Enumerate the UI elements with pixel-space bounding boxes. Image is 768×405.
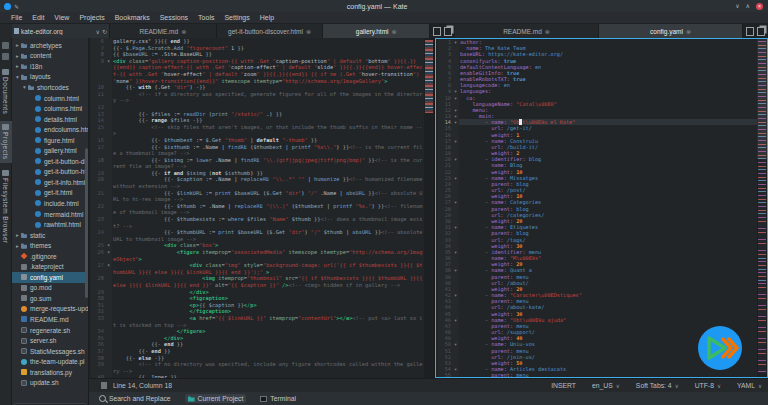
code-line-15[interactable]: 15 <!-- skip files that aren't images, o… — [91, 124, 424, 137]
tree-item-include.html[interactable]: include.html — [12, 198, 88, 209]
tab-gallery.html[interactable]: gallery.html⊗ — [323, 24, 430, 38]
tab-README.md[interactable]: README.md⊗ — [455, 24, 599, 38]
chevron-closed-icon[interactable]: ▸ — [14, 42, 21, 48]
reload-project-icon[interactable]: ↻ — [102, 28, 107, 35]
code-line-33[interactable]: 33 <a href="{{ $linkURL }}" itemprop="co… — [91, 315, 424, 328]
tree-item-layouts[interactable]: ▾layouts — [12, 72, 88, 83]
code-line-14[interactable]: 14 {{- range $files -}} — [91, 117, 424, 124]
menu-item-edit[interactable]: Edit — [27, 14, 49, 21]
tab-close-icon[interactable]: ⊗ — [392, 28, 397, 35]
code-line-40[interactable]: 40 {{ .Inner }} — [91, 374, 424, 378]
code-line-8[interactable]: 8{{ $baseURL := .Site.BaseURL }} — [91, 51, 424, 58]
new-document-icon[interactable] — [433, 27, 441, 36]
code-line-38[interactable]: 38 {{- else -}} — [91, 355, 424, 362]
toolview-icon-top2[interactable] — [2, 53, 9, 60]
menu-item-sessions[interactable]: Sessions — [155, 14, 193, 21]
close-button[interactable]: × — [756, 3, 763, 10]
tree-item-update.sh[interactable]: update.sh — [12, 378, 88, 389]
tree-item-figure.html[interactable]: figure.html — [12, 135, 88, 146]
tree-item-rawhtml.html[interactable]: rawhtml.html — [12, 219, 88, 230]
tree-item-details.html[interactable]: details.html — [12, 114, 88, 125]
tree-item-i18n[interactable]: ▸i18n — [12, 61, 88, 72]
current-project-button[interactable]: Current Project — [185, 394, 247, 403]
tab-close-icon[interactable]: ⊗ — [181, 28, 186, 35]
minimap-right[interactable] — [757, 39, 767, 377]
menu-item-tools[interactable]: Tools — [193, 14, 219, 21]
dictionary-select[interactable]: en_US∨ — [592, 382, 620, 389]
code-line-10[interactable]: 10 {{- with (.Get "dir") -}} — [91, 84, 424, 91]
encoding-select[interactable]: UTF-8∨ — [695, 382, 721, 389]
code-line-12[interactable]: 12 — [91, 104, 424, 111]
tree-item-go.sum[interactable]: go.sum — [12, 293, 88, 304]
fold-marker[interactable]: ▾ — [105, 249, 112, 262]
fold-marker[interactable]: ▾ — [105, 58, 112, 84]
menu-item-bookmarks[interactable]: Bookmarks — [110, 14, 155, 21]
menu-item-help[interactable]: Help — [255, 14, 279, 21]
code-line-16[interactable]: 16 {{- $thumbext := $.Get "thumb" | defa… — [91, 137, 424, 144]
tree-item-server.sh[interactable]: server.sh — [12, 335, 88, 346]
tab-close-icon[interactable]: ⊗ — [306, 28, 311, 35]
tree-item-regenerate.sh[interactable]: regenerate.sh — [12, 325, 88, 336]
fold-marker[interactable]: ▾ — [105, 262, 112, 275]
code-line-27[interactable]: 27▾ <div class="img" style="background-i… — [91, 262, 424, 275]
code-line-20[interactable]: 20 {{- $caption := .Name | replaceRE "\\… — [91, 176, 424, 189]
code-line-28[interactable]: 28 <img itemprop="thumbnail" src="{{ if … — [91, 275, 424, 288]
code-line-18[interactable]: 18 {{- $isimg := lower .Name | findRE "\… — [91, 157, 424, 170]
tree-item-shortcodes[interactable]: ▾shortcodes — [12, 82, 88, 93]
tree-scrollbar[interactable] — [85, 148, 88, 298]
search-and-replace-button[interactable]: Search and Replace — [99, 395, 171, 402]
copy-document-icon[interactable] — [757, 27, 765, 36]
code-line-22[interactable]: 22 {{- $thumb := .Name | replaceRE "(\\.… — [91, 203, 424, 216]
tree-item-translations.py[interactable]: translations.py — [12, 367, 88, 378]
tab-config.yaml[interactable]: config.yaml⊗ — [599, 24, 743, 38]
chevron-closed-icon[interactable]: ▸ — [14, 63, 21, 69]
tree-item-get-it-button-ht...[interactable]: get-it-button-ht... — [12, 167, 88, 178]
menu-item-projects[interactable]: Projects — [74, 14, 109, 21]
project-selector[interactable]: kate-editor.org ∨ ↻ — [12, 24, 110, 38]
code-line-31[interactable]: 31 <p>{{ $caption }}</p> — [91, 302, 424, 309]
minimap-left[interactable] — [424, 38, 434, 378]
terminal-button[interactable]: Terminal — [260, 395, 296, 402]
tree-item-mermaid.html[interactable]: mermaid.html — [12, 209, 88, 220]
tree-item-get-it.html[interactable]: get-it.html — [12, 188, 88, 199]
code-line-21[interactable]: 21 {{- $linkURL := print $baseURL ($.Get… — [91, 190, 424, 203]
tree-item-content[interactable]: ▸content — [12, 51, 88, 62]
tab-get-it-button-discover.html[interactable]: get-it-button-discover.html⊗ — [217, 24, 324, 38]
tree-item-go.mod[interactable]: go.mod — [12, 283, 88, 294]
sidebar-item-filesystem-browser[interactable]: Filesystem Browser — [0, 167, 12, 247]
new-document-icon[interactable] — [746, 27, 754, 36]
code-line-24[interactable]: 24 {{- $thumbURL := print $baseURL ($.Ge… — [91, 229, 424, 242]
code-line-7[interactable]: 7{{- $.Page.Scratch.Add "figurecount" 1 … — [91, 45, 424, 52]
chevron-down-icon[interactable]: ∨ — [96, 28, 100, 35]
fold-marker[interactable]: ▾ — [105, 242, 112, 249]
code-line-26[interactable]: 26▾ <figure itemprop="associatedMedia" i… — [91, 249, 424, 262]
tab-mode-select[interactable]: Soft Tabs: 4∨ — [636, 382, 679, 389]
code-line-37[interactable]: 37 {{- end }} — [91, 348, 424, 355]
chevron-closed-icon[interactable]: ▸ — [14, 232, 21, 238]
code-line-11[interactable]: 11 <!-- if a directory was specified, ge… — [91, 91, 424, 104]
tree-item-column.html[interactable]: column.html — [12, 93, 88, 104]
tab-close-icon[interactable]: ⊗ — [686, 28, 691, 35]
tree-item-README.md[interactable]: README.md — [12, 314, 88, 325]
sidebar-item-documents[interactable]: Documents — [0, 66, 12, 117]
code-line-36[interactable]: 36 {{- end }} — [91, 341, 424, 348]
code-line-39[interactable]: 39 <!-- if no directory was specified, i… — [91, 361, 424, 374]
tree-item-archetypes[interactable]: ▸archetypes — [12, 40, 88, 51]
code-line-30[interactable]: 30 <figcaption> — [91, 295, 424, 302]
cursor-position[interactable]: Line 14, Column 18 — [113, 382, 172, 389]
tab-close-icon[interactable]: ⊗ — [545, 28, 550, 35]
chevron-open-icon[interactable]: ▾ — [21, 84, 28, 90]
code-line-13[interactable]: 13 {{- $files := readDir (print "/static… — [91, 111, 424, 118]
tree-item-get-it-info.html[interactable]: get-it-info.html — [12, 177, 88, 188]
code-line-6[interactable]: 6gallery.css" }}{{ end }} — [91, 38, 424, 45]
tab-README.md[interactable]: README.md⊗ — [110, 24, 217, 38]
tree-item-config.yaml[interactable]: config.yaml — [12, 272, 88, 283]
menu-item-file[interactable]: File — [6, 14, 27, 21]
code-line-32[interactable]: 32 </figcaption> — [91, 308, 424, 315]
chevron-open-icon[interactable]: ▾ — [14, 74, 21, 80]
syntax-select[interactable]: YAML∨ — [737, 382, 762, 389]
menu-item-settings[interactable]: Settings — [219, 14, 254, 21]
maximize-button[interactable]: ∧ — [746, 3, 750, 9]
tree-item-get-it-button-di...[interactable]: get-it-button-di... — [12, 156, 88, 167]
tree-item-.kateproject[interactable]: .kateproject — [12, 261, 88, 272]
